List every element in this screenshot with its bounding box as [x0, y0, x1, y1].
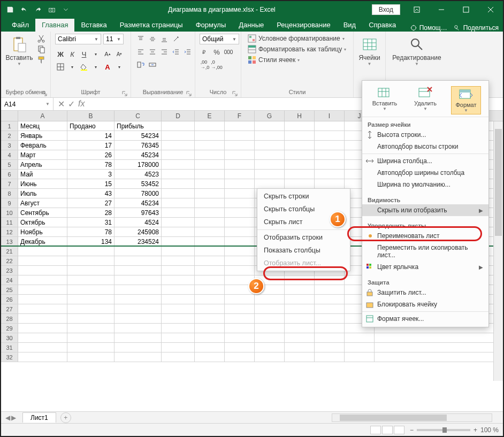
- cell[interactable]: [67, 314, 114, 323]
- cell[interactable]: [225, 218, 255, 227]
- cell[interactable]: [195, 208, 225, 217]
- undo-icon[interactable]: [18, 4, 30, 16]
- cell[interactable]: [195, 304, 225, 313]
- font-name-combo[interactable]: Calibri▼: [55, 34, 101, 44]
- cell[interactable]: 45234: [114, 150, 162, 159]
- cut-icon[interactable]: [36, 34, 46, 43]
- underline-button[interactable]: Ч: [79, 49, 89, 59]
- cell[interactable]: [162, 314, 195, 323]
- cell[interactable]: [255, 179, 285, 188]
- qat-more-icon[interactable]: [60, 4, 72, 16]
- zoom-level[interactable]: 100 %: [480, 426, 499, 434]
- cell[interactable]: [162, 275, 195, 285]
- bold-button[interactable]: Ж: [55, 49, 66, 59]
- align-right-icon[interactable]: [159, 47, 170, 57]
- row-header[interactable]: 8: [1, 189, 18, 198]
- submenu-show-rows[interactable]: Отобразить строки: [257, 231, 350, 244]
- row-header[interactable]: 7: [1, 179, 18, 188]
- cell[interactable]: [255, 150, 285, 159]
- cell[interactable]: [285, 170, 315, 179]
- cell[interactable]: [225, 131, 255, 140]
- tab-review[interactable]: Рецензирование: [270, 19, 337, 32]
- cell[interactable]: Продано: [67, 121, 114, 131]
- cell[interactable]: 4524: [114, 218, 162, 227]
- cell[interactable]: [18, 324, 67, 333]
- cell[interactable]: [195, 324, 225, 333]
- cell[interactable]: [162, 131, 195, 140]
- maximize-icon[interactable]: [454, 1, 478, 18]
- col-header[interactable]: E: [195, 111, 225, 121]
- cell[interactable]: [162, 218, 195, 227]
- merge-icon[interactable]: [147, 59, 158, 70]
- cell[interactable]: [114, 343, 162, 352]
- cell[interactable]: [195, 198, 225, 208]
- cell[interactable]: [225, 237, 255, 246]
- cell[interactable]: [18, 304, 67, 313]
- col-header[interactable]: D: [162, 111, 195, 121]
- cell[interactable]: [285, 131, 315, 140]
- cell[interactable]: [225, 227, 255, 236]
- row-header[interactable]: 27: [1, 304, 18, 313]
- cell[interactable]: [315, 141, 345, 150]
- cell[interactable]: Март: [18, 150, 67, 159]
- cell[interactable]: [285, 285, 315, 294]
- submenu-hide-rows[interactable]: Скрыть строки: [257, 190, 350, 203]
- row-header[interactable]: 25: [1, 285, 18, 294]
- cell[interactable]: 234524: [114, 237, 162, 246]
- cell[interactable]: [285, 179, 315, 188]
- cell[interactable]: 26: [67, 150, 114, 159]
- cell[interactable]: [225, 208, 255, 217]
- cell[interactable]: 3: [67, 170, 114, 179]
- cell[interactable]: 43: [67, 189, 114, 198]
- cell[interactable]: [195, 247, 225, 256]
- menu-tab-color[interactable]: Цвет ярлычка▶: [362, 261, 488, 273]
- align-left-icon[interactable]: [135, 47, 146, 57]
- cell[interactable]: [345, 343, 375, 352]
- cell[interactable]: 78000: [114, 189, 162, 198]
- cell[interactable]: [67, 275, 114, 285]
- cell[interactable]: [18, 275, 67, 285]
- cell[interactable]: [195, 141, 225, 150]
- cell[interactable]: 76345: [114, 141, 162, 150]
- fx-icon[interactable]: fx: [78, 99, 85, 109]
- col-header[interactable]: G: [255, 111, 285, 121]
- cell[interactable]: [315, 285, 345, 294]
- font-size-combo[interactable]: 11▼: [103, 34, 124, 44]
- cell[interactable]: [315, 333, 345, 342]
- cell[interactable]: 28: [67, 208, 114, 217]
- cell[interactable]: [255, 333, 285, 342]
- cell[interactable]: [195, 352, 225, 362]
- cell[interactable]: [315, 131, 345, 140]
- cell[interactable]: Май: [18, 170, 67, 179]
- copy-icon[interactable]: [36, 44, 46, 54]
- cell[interactable]: [195, 285, 225, 294]
- cell[interactable]: [315, 343, 345, 352]
- align-launcher-icon[interactable]: [186, 89, 194, 96]
- col-header[interactable]: A: [18, 111, 67, 121]
- cell[interactable]: [285, 121, 315, 131]
- cell[interactable]: [285, 333, 315, 342]
- cell[interactable]: [114, 266, 162, 275]
- select-all-corner[interactable]: [1, 111, 18, 121]
- cell[interactable]: [114, 275, 162, 285]
- cell[interactable]: [18, 256, 67, 265]
- cells-button[interactable]: Ячейки ▼: [358, 34, 381, 66]
- menu-hide-unhide[interactable]: Скрыть или отобразить▶: [362, 204, 488, 216]
- sheet-next-icon[interactable]: ▶: [11, 414, 16, 421]
- cell[interactable]: [255, 121, 285, 131]
- cell[interactable]: [162, 266, 195, 275]
- cell[interactable]: [162, 352, 195, 362]
- cell[interactable]: 31: [67, 218, 114, 227]
- cell[interactable]: [315, 324, 345, 333]
- cell[interactable]: [195, 256, 225, 265]
- row-header[interactable]: 10: [1, 208, 18, 217]
- number-launcher-icon[interactable]: [232, 89, 240, 96]
- font-launcher-icon[interactable]: [122, 89, 129, 96]
- editing-button[interactable]: Редактирование ▼: [390, 34, 444, 66]
- vscrollbar[interactable]: [493, 121, 503, 381]
- menu-row-height[interactable]: Высота строки...: [362, 129, 488, 141]
- cell[interactable]: [315, 170, 345, 179]
- cell[interactable]: 15: [67, 179, 114, 188]
- row-header[interactable]: 9: [1, 198, 18, 208]
- cell[interactable]: [225, 198, 255, 208]
